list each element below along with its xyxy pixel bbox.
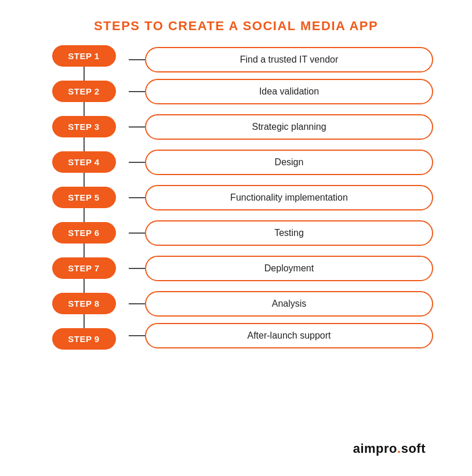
h-connector-8 xyxy=(129,303,145,304)
step-badge-9: STEP 9 xyxy=(52,328,116,350)
step-badge-3: STEP 3 xyxy=(52,116,116,137)
v-line-top-4 xyxy=(83,144,85,151)
step-badge-7: STEP 7 xyxy=(52,257,116,279)
v-line-bottom-7 xyxy=(83,279,85,286)
step-left-col-5: STEP 5 xyxy=(39,180,129,215)
v-line-bottom-8 xyxy=(83,314,85,321)
v-line-top-3 xyxy=(83,109,85,116)
v-line-bottom-6 xyxy=(83,244,85,250)
step-left-col-1: STEP 1 xyxy=(39,45,129,74)
step-left-col-2: STEP 2 xyxy=(39,74,129,109)
h-connector-3 xyxy=(129,126,145,128)
step-right-col-1: Find a trusted IT vendor xyxy=(129,45,433,74)
step-label-6: Testing xyxy=(145,220,433,246)
step-left-col-7: STEP 7 xyxy=(39,250,129,286)
step-label-9: After-launch support xyxy=(145,323,433,348)
v-line-top-7 xyxy=(83,250,85,257)
step-row-4: STEP 4Design xyxy=(39,144,433,180)
step-label-4: Design xyxy=(145,150,433,175)
h-connector-2 xyxy=(129,91,145,92)
step-right-col-8: Analysis xyxy=(129,286,433,321)
step-right-col-6: Testing xyxy=(129,215,433,250)
brand-dot: . xyxy=(397,441,401,456)
step-label-1: Find a trusted IT vendor xyxy=(145,47,433,72)
step-row-3: STEP 3Strategic planning xyxy=(39,109,433,144)
h-connector-9 xyxy=(129,335,145,336)
v-line-top-2 xyxy=(83,74,85,81)
brand-text2: soft xyxy=(401,441,426,456)
step-row-5: STEP 5Functionality implementation xyxy=(39,180,433,215)
step-row-7: STEP 7Deployment xyxy=(39,250,433,286)
brand-text1: aimpro xyxy=(353,441,397,456)
page-title: STEPS TO CREATE A SOCIAL MEDIA APP xyxy=(94,19,378,34)
step-row-8: STEP 8Analysis xyxy=(39,286,433,321)
step-label-3: Strategic planning xyxy=(145,114,433,140)
h-connector-7 xyxy=(129,268,145,269)
v-line-bottom-1 xyxy=(83,67,85,74)
h-connector-4 xyxy=(129,162,145,163)
step-right-col-3: Strategic planning xyxy=(129,109,433,144)
step-left-col-9: STEP 9 xyxy=(39,321,129,350)
step-right-col-5: Functionality implementation xyxy=(129,180,433,215)
v-line-bottom-2 xyxy=(83,102,85,109)
step-left-col-8: STEP 8 xyxy=(39,286,129,321)
step-row-2: STEP 2Idea validation xyxy=(39,74,433,109)
v-line-bottom-4 xyxy=(83,173,85,180)
v-line-bottom-3 xyxy=(83,137,85,144)
steps-outer: STEP 1Find a trusted IT vendorSTEP 2Idea… xyxy=(39,45,433,350)
v-line-top-6 xyxy=(83,215,85,222)
step-right-col-9: After-launch support xyxy=(129,321,433,350)
h-connector-6 xyxy=(129,232,145,234)
step-badge-2: STEP 2 xyxy=(52,81,116,102)
v-line-top-8 xyxy=(83,286,85,293)
step-label-8: Analysis xyxy=(145,291,433,317)
step-row-9: STEP 9After-launch support xyxy=(39,321,433,350)
step-badge-4: STEP 4 xyxy=(52,151,116,173)
v-line-top-9 xyxy=(83,321,85,328)
step-right-col-4: Design xyxy=(129,144,433,180)
h-connector-5 xyxy=(129,197,145,198)
step-row-1: STEP 1Find a trusted IT vendor xyxy=(39,45,433,74)
step-left-col-4: STEP 4 xyxy=(39,144,129,180)
step-right-col-2: Idea validation xyxy=(129,74,433,109)
step-label-2: Idea validation xyxy=(145,79,433,104)
v-line-top-5 xyxy=(83,180,85,187)
step-label-5: Functionality implementation xyxy=(145,185,433,210)
step-badge-1: STEP 1 xyxy=(52,45,116,67)
step-left-col-6: STEP 6 xyxy=(39,215,129,250)
step-right-col-7: Deployment xyxy=(129,250,433,286)
step-row-6: STEP 6Testing xyxy=(39,215,433,250)
step-badge-5: STEP 5 xyxy=(52,187,116,208)
brand-logo: aimpro.soft xyxy=(353,441,426,456)
step-badge-8: STEP 8 xyxy=(52,293,116,314)
step-badge-6: STEP 6 xyxy=(52,222,116,244)
step-label-7: Deployment xyxy=(145,256,433,281)
v-line-bottom-5 xyxy=(83,208,85,215)
step-left-col-3: STEP 3 xyxy=(39,109,129,144)
h-connector-1 xyxy=(129,59,145,60)
